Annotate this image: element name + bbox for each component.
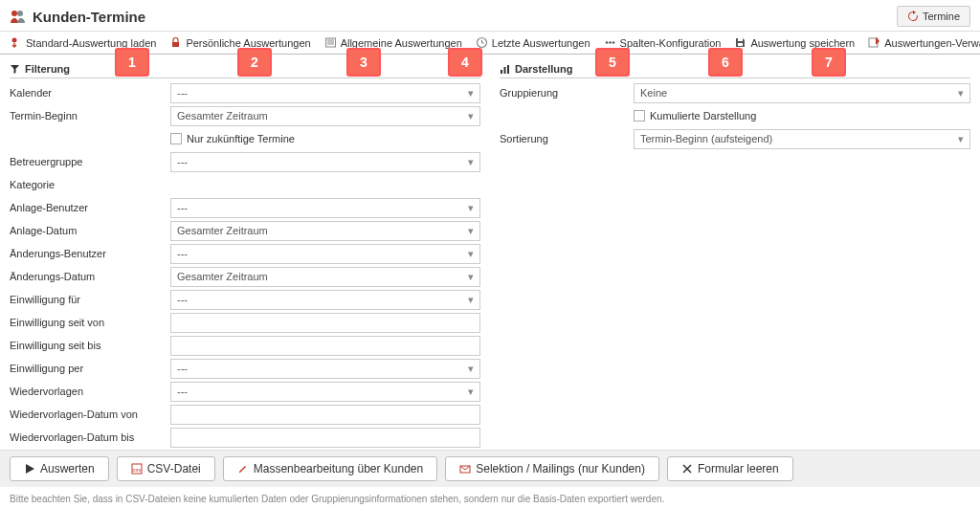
chevron-down-icon: ▾ — [468, 156, 474, 168]
label-future-termine: Nur zukünftige Termine — [187, 133, 295, 144]
callout-7: 7 — [812, 48, 846, 77]
btn-auswerten[interactable]: Auswerten — [10, 456, 109, 481]
refresh-icon — [907, 11, 919, 22]
chevron-down-icon: ▾ — [958, 87, 964, 99]
csv-icon: csv — [131, 463, 143, 475]
list-icon — [324, 36, 337, 49]
svg-point-1 — [17, 11, 23, 16]
svg-point-10 — [609, 41, 612, 44]
select-kalender[interactable]: ---▾ — [170, 83, 480, 103]
label-gruppierung: Gruppierung — [500, 87, 634, 99]
clear-icon — [681, 463, 693, 475]
label-einwilligung-fuer: Einwilligung für — [10, 294, 170, 305]
bars-icon — [500, 64, 510, 75]
label-wiedervorlagen: Wiedervorlagen — [10, 386, 170, 397]
btn-leeren[interactable]: Formular leeren — [667, 456, 793, 481]
label-anlage-benutzer: Anlage-Benutzer — [10, 202, 170, 213]
lock-icon — [169, 36, 182, 49]
svg-rect-17 — [507, 65, 509, 74]
select-wiedervorlagen[interactable]: ---▾ — [170, 382, 480, 402]
select-betreuergruppe[interactable]: ---▾ — [170, 152, 480, 172]
page-title: Kunden-Termine — [33, 9, 145, 25]
select-einwilligung-per[interactable]: ---▾ — [170, 359, 480, 379]
callout-2: 2 — [237, 48, 272, 77]
people-icon — [10, 9, 27, 24]
play-icon — [24, 463, 35, 475]
svg-rect-15 — [501, 70, 502, 74]
chevron-down-icon: ▾ — [468, 87, 474, 99]
svg-rect-12 — [738, 38, 743, 41]
svg-rect-13 — [738, 43, 743, 46]
btn-massen[interactable]: Massenbearbeitung über Kunden — [223, 456, 437, 481]
select-anlage-datum[interactable]: Gesamter Zeitraum▾ — [170, 221, 480, 241]
svg-point-11 — [612, 41, 614, 44]
checkbox-kumuliert[interactable] — [634, 110, 645, 121]
label-wiedervorlagen-von: Wiedervorlagen-Datum von — [10, 409, 170, 420]
input-wiedervorlagen-bis[interactable] — [170, 428, 480, 448]
svg-point-0 — [11, 11, 17, 16]
label-einwilligung-seit-von: Einwilligung seit von — [10, 317, 170, 328]
label-termin-beginn: Termin-Beginn — [10, 110, 170, 121]
select-anlage-benutzer[interactable]: ---▾ — [170, 198, 480, 218]
label-kategorie: Kategorie — [10, 179, 170, 190]
chevron-down-icon: ▾ — [468, 386, 474, 398]
select-aenderungs-benutzer[interactable]: ---▾ — [170, 244, 480, 264]
btn-csv[interactable]: csv CSV-Datei — [117, 456, 215, 481]
tb-manage-auswertungen[interactable]: Auswertungen-Verwaltung — [868, 36, 980, 49]
label-kalender: Kalender — [10, 87, 170, 99]
load-icon — [10, 36, 22, 49]
input-einwilligung-seit-von[interactable] — [170, 313, 480, 333]
checkbox-future-termine[interactable] — [170, 133, 182, 144]
label-betreuergruppe: Betreuergruppe — [10, 156, 170, 167]
filter-icon — [10, 64, 20, 75]
callout-4: 4 — [448, 48, 482, 77]
chevron-down-icon: ▾ — [468, 225, 474, 237]
label-einwilligung-per: Einwilligung per — [10, 363, 170, 374]
chevron-down-icon: ▾ — [468, 363, 474, 375]
chevron-down-icon: ▾ — [468, 110, 474, 122]
select-termin-beginn[interactable]: Gesamter Zeitraum▾ — [170, 106, 480, 126]
svg-rect-16 — [504, 67, 506, 74]
footer-note: Bitte beachten Sie, dass in CSV-Dateien … — [0, 494, 980, 504]
select-sortierung[interactable]: Termin-Beginn (aufsteigend)▾ — [634, 129, 970, 149]
label-aenderungs-datum: Änderungs-Datum — [10, 271, 170, 282]
manage-icon — [868, 36, 880, 49]
btn-selektion[interactable]: Selektion / Mailings (nur Kunden) — [445, 456, 659, 481]
svg-text:csv: csv — [132, 467, 141, 473]
select-einwilligung-fuer[interactable]: ---▾ — [170, 290, 480, 310]
edit-icon — [237, 463, 249, 475]
label-wiedervorlagen-bis: Wiedervorlagen-Datum bis — [10, 431, 170, 443]
chevron-down-icon: ▾ — [468, 248, 474, 260]
label-anlage-datum: Anlage-Datum — [10, 225, 170, 236]
input-einwilligung-seit-bis[interactable] — [170, 336, 480, 356]
termine-button[interactable]: Termine — [897, 6, 970, 27]
tb-general-auswertungen[interactable]: Allgemeine Auswertungen — [324, 36, 462, 49]
input-wiedervorlagen-von[interactable] — [170, 405, 480, 425]
label-kumuliert: Kumulierte Darstellung — [650, 110, 756, 121]
callout-1: 1 — [115, 48, 149, 77]
select-aenderungs-datum[interactable]: Gesamter Zeitraum▾ — [170, 267, 480, 287]
callout-6: 6 — [708, 48, 743, 77]
label-sortierung: Sortierung — [500, 133, 634, 144]
label-einwilligung-seit-bis: Einwilligung seit bis — [10, 340, 170, 351]
label-aenderungs-benutzer: Änderungs-Benutzer — [10, 248, 170, 259]
callout-3: 3 — [346, 48, 381, 77]
select-gruppierung[interactable]: Keine▾ — [634, 83, 970, 103]
chevron-down-icon: ▾ — [468, 202, 474, 214]
callout-5: 5 — [595, 48, 630, 77]
mail-icon — [459, 463, 471, 475]
tb-last-auswertungen[interactable]: Letzte Auswertungen — [476, 36, 590, 49]
chevron-down-icon: ▾ — [958, 133, 964, 145]
chevron-down-icon: ▾ — [468, 271, 474, 283]
svg-point-9 — [605, 41, 608, 44]
chevron-down-icon: ▾ — [468, 294, 474, 306]
svg-rect-3 — [172, 42, 179, 47]
svg-point-2 — [12, 38, 17, 43]
